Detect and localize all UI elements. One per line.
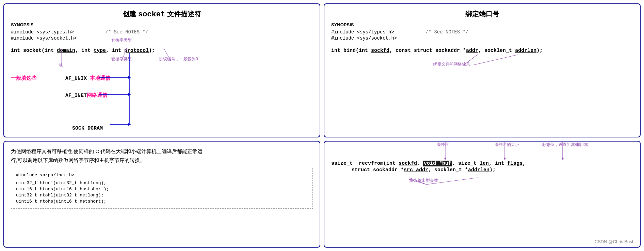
panel1-arrows bbox=[11, 56, 313, 131]
panel-recvfrom: 缓冲区 缓冲区的大小 标志位，设置阻塞/非阻塞 ssize_t recvfrom… bbox=[324, 141, 641, 248]
panel1-title-code: socket bbox=[138, 10, 165, 19]
inner-code-box: #include <arpa/inet.h> uint32_t htonl(ui… bbox=[11, 168, 313, 209]
svg-line-7 bbox=[464, 55, 478, 65]
svg-line-13 bbox=[426, 178, 478, 184]
panel3-func1: uint32_t htonl(uint32_t hostlong); bbox=[16, 180, 308, 186]
panel3-text: 为使网络程序具有可移植性,使同样的 C 代码在大端和小端计算机上编译后都能正常运… bbox=[11, 147, 313, 164]
svg-line-8 bbox=[474, 55, 518, 65]
svg-line-12 bbox=[409, 178, 426, 184]
panel-bind: 绑定端口号 SYNOPSIS #include <sys/types.h> /*… bbox=[324, 3, 641, 137]
annotation-type: 套接字类型 bbox=[111, 38, 132, 43]
panel1-title: 创建 socket 文件描述符 bbox=[11, 10, 313, 19]
panel1-synopsis: SYNOPSIS bbox=[11, 22, 313, 27]
csdn-watermark: CSDN @Chris·Bosh bbox=[595, 239, 634, 244]
panel4-arrows bbox=[331, 140, 638, 195]
panel2-include2: #include <sys/socket.h> bbox=[331, 35, 633, 41]
panel3-func2: uint16_t htons(uint16_t hostshort); bbox=[16, 187, 308, 192]
panel2-arrows bbox=[331, 48, 569, 89]
svg-line-14 bbox=[409, 179, 426, 184]
panel1-func: int socket(int domain, int type, int pro… bbox=[11, 48, 313, 54]
main-container: 创建 socket 文件描述符 SYNOPSIS #include <sys/t… bbox=[0, 0, 644, 251]
panel2-include1: #include <sys/types.h> /* See NOTES */ bbox=[331, 29, 633, 35]
panel1-include1: #include <sys/types.h> /* See NOTES */ bbox=[11, 29, 313, 35]
panel3-func3: uint32_t ntohl(uint32_t netlong); bbox=[16, 193, 308, 198]
panel1-include2: #include <sys/socket.h> bbox=[11, 35, 313, 41]
panel-socket: 创建 socket 文件描述符 SYNOPSIS #include <sys/t… bbox=[3, 3, 320, 137]
panel-byteorder: 为使网络程序具有可移植性,使同样的 C 代码在大端和小端计算机上编译后都能正常运… bbox=[3, 141, 320, 248]
panel2-synopsis: SYNOPSIS bbox=[331, 22, 633, 27]
panel3-include: #include <arpa/inet.h> bbox=[16, 173, 308, 178]
panel3-func4: uint16_t ntohs(uint16_t netshort); bbox=[16, 199, 308, 204]
panel2-title: 绑定端口号 bbox=[331, 10, 633, 19]
